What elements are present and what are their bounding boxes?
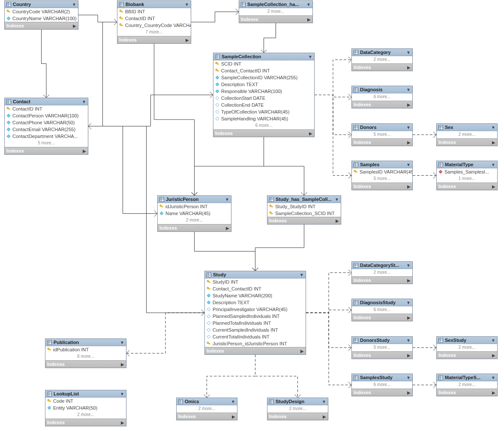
entity-omics[interactable]: Omics▼2 more...Indexes▶ bbox=[176, 398, 237, 420]
chevron-right-icon[interactable]: ▶ bbox=[309, 131, 312, 136]
chevron-down-icon[interactable]: ▼ bbox=[406, 50, 411, 55]
entity-footer[interactable]: Indexes▶ bbox=[5, 147, 88, 154]
chevron-right-icon[interactable]: ▶ bbox=[407, 353, 411, 358]
entity-header[interactable]: StudyDesign▼ bbox=[267, 398, 328, 405]
chevron-right-icon[interactable]: ▶ bbox=[307, 17, 311, 22]
chevron-down-icon[interactable]: ▼ bbox=[306, 2, 311, 7]
chevron-right-icon[interactable]: ▶ bbox=[121, 420, 124, 425]
entity-footer[interactable]: Indexes▶ bbox=[352, 183, 412, 190]
entity-donorsstudy[interactable]: DonorsStudy▼5 more...Indexes▶ bbox=[351, 336, 413, 359]
more-indicator[interactable]: 2 more... bbox=[158, 217, 231, 224]
chevron-down-icon[interactable]: ▼ bbox=[120, 392, 124, 396]
more-indicator[interactable]: 6 more... bbox=[45, 353, 126, 360]
entity-header[interactable]: SampleCollection▼ bbox=[213, 53, 314, 60]
chevron-right-icon[interactable]: ▶ bbox=[232, 414, 235, 419]
entity-footer[interactable]: Indexes▶ bbox=[352, 101, 412, 108]
chevron-down-icon[interactable]: ▼ bbox=[72, 2, 76, 7]
chevron-right-icon[interactable]: ▶ bbox=[492, 353, 495, 358]
entity-sex[interactable]: Sex▼2 more...Indexes▶ bbox=[436, 123, 498, 146]
more-indicator[interactable]: 5 more... bbox=[352, 175, 412, 183]
entity-juristicperson[interactable]: JuristicPerson▼idJuristicPerson INTName … bbox=[157, 195, 231, 232]
chevron-down-icon[interactable]: ▼ bbox=[406, 338, 411, 343]
more-indicator[interactable]: 2 more... bbox=[437, 344, 497, 351]
entity-footer[interactable]: Indexes▶ bbox=[239, 15, 312, 23]
entity-header[interactable]: DataCategorySt...▼ bbox=[352, 262, 412, 269]
chevron-down-icon[interactable]: ▼ bbox=[491, 338, 495, 343]
chevron-down-icon[interactable]: ▼ bbox=[491, 375, 495, 380]
entity-header[interactable]: Diagnosis▼ bbox=[352, 86, 412, 93]
entity-header[interactable]: DonorsStudy▼ bbox=[352, 337, 412, 344]
entity-footer[interactable]: Indexes▶ bbox=[158, 224, 231, 231]
chevron-down-icon[interactable]: ▼ bbox=[406, 162, 411, 167]
entity-footer[interactable]: Indexes▶ bbox=[437, 389, 497, 396]
chevron-down-icon[interactable]: ▼ bbox=[225, 197, 229, 202]
chevron-down-icon[interactable]: ▼ bbox=[120, 340, 124, 345]
entity-footer[interactable]: Indexes▶ bbox=[352, 351, 412, 359]
chevron-right-icon[interactable]: ▶ bbox=[300, 349, 304, 353]
entity-study_has_samplecoll[interactable]: Study_has_SampleColl...▼Study_StudyID IN… bbox=[267, 195, 341, 224]
entity-datacategoryst[interactable]: DataCategorySt...▼2 more...Indexes▶ bbox=[351, 261, 413, 284]
chevron-right-icon[interactable]: ▶ bbox=[407, 278, 411, 283]
entity-footer[interactable]: Indexes▶ bbox=[213, 129, 314, 137]
chevron-right-icon[interactable]: ▶ bbox=[407, 140, 411, 145]
chevron-right-icon[interactable]: ▶ bbox=[407, 102, 411, 107]
entity-country[interactable]: Country▼CountryCode VARCHAR(2)CountryNam… bbox=[4, 0, 78, 30]
chevron-right-icon[interactable]: ▶ bbox=[407, 65, 411, 70]
entity-samplecollection_has[interactable]: SampleCollection_ha...▼2 more...Indexes▶ bbox=[239, 0, 313, 23]
chevron-down-icon[interactable]: ▼ bbox=[406, 87, 411, 92]
entity-lookuplist[interactable]: LookupList▼Code INTEntity VARCHAR(50)2 m… bbox=[45, 390, 126, 426]
entity-studydesign[interactable]: StudyDesign▼2 more...Indexes▶ bbox=[267, 398, 328, 420]
entity-footer[interactable]: Indexes▶ bbox=[352, 138, 412, 146]
chevron-down-icon[interactable]: ▼ bbox=[300, 272, 304, 277]
chevron-right-icon[interactable]: ▶ bbox=[492, 140, 495, 145]
entity-footer[interactable]: Indexes▶ bbox=[352, 389, 412, 396]
chevron-right-icon[interactable]: ▶ bbox=[186, 38, 189, 42]
entity-footer[interactable]: Indexes▶ bbox=[45, 360, 126, 368]
chevron-down-icon[interactable]: ▼ bbox=[335, 197, 339, 202]
entity-footer[interactable]: Indexes▶ bbox=[437, 183, 497, 190]
entity-footer[interactable]: Indexes▶ bbox=[5, 22, 78, 29]
chevron-right-icon[interactable]: ▶ bbox=[492, 390, 495, 395]
entity-footer[interactable]: Indexes▶ bbox=[267, 413, 328, 420]
entity-header[interactable]: Samples▼ bbox=[352, 161, 412, 168]
entity-header[interactable]: Omics▼ bbox=[177, 398, 237, 405]
more-indicator[interactable]: 2 more... bbox=[437, 131, 497, 138]
entity-biobank[interactable]: Biobank▼BBID INTContactID INTCountry_Cou… bbox=[117, 0, 191, 44]
entity-header[interactable]: Country▼ bbox=[5, 1, 78, 8]
entity-header[interactable]: SampleCollection_ha...▼ bbox=[239, 1, 312, 8]
chevron-right-icon[interactable]: ▶ bbox=[83, 149, 86, 153]
chevron-right-icon[interactable]: ▶ bbox=[323, 414, 326, 419]
more-indicator[interactable]: 5 more... bbox=[5, 140, 88, 147]
entity-header[interactable]: MaterialTypeS...▼ bbox=[437, 374, 497, 381]
entity-donors[interactable]: Donors▼5 more...Indexes▶ bbox=[351, 123, 413, 146]
chevron-right-icon[interactable]: ▶ bbox=[407, 390, 411, 395]
entity-footer[interactable]: Indexes▶ bbox=[437, 138, 497, 146]
more-indicator[interactable]: 6 more... bbox=[352, 381, 412, 389]
entity-header[interactable]: DiagnosisStudy▼ bbox=[352, 299, 412, 306]
chevron-down-icon[interactable]: ▼ bbox=[308, 54, 312, 59]
more-indicator[interactable]: 7 more... bbox=[117, 29, 191, 36]
entity-samplesstudy[interactable]: SamplesStudy▼6 more...Indexes▶ bbox=[351, 374, 413, 396]
chevron-down-icon[interactable]: ▼ bbox=[406, 375, 411, 380]
entity-footer[interactable]: Indexes▶ bbox=[352, 276, 412, 284]
chevron-down-icon[interactable]: ▼ bbox=[406, 263, 411, 268]
more-indicator[interactable]: 6 more... bbox=[213, 122, 314, 129]
entity-header[interactable]: Sex▼ bbox=[437, 124, 497, 131]
entity-header[interactable]: Study▼ bbox=[205, 271, 306, 278]
chevron-down-icon[interactable]: ▼ bbox=[231, 399, 235, 404]
entity-footer[interactable]: Indexes▶ bbox=[205, 347, 306, 354]
more-indicator[interactable]: 2 more... bbox=[45, 411, 126, 419]
more-indicator[interactable]: 5 more... bbox=[352, 344, 412, 351]
entity-datacategory[interactable]: DataCategory▼2 more...Indexes▶ bbox=[351, 48, 413, 71]
entity-header[interactable]: Study_has_SampleColl...▼ bbox=[267, 196, 341, 203]
more-indicator[interactable]: 2 more... bbox=[239, 8, 312, 15]
entity-footer[interactable]: Indexes▶ bbox=[352, 314, 412, 321]
more-indicator[interactable]: 2 more... bbox=[352, 56, 412, 63]
chevron-down-icon[interactable]: ▼ bbox=[82, 99, 86, 104]
entity-samplecollection[interactable]: SampleCollection▼SCID INTContact_Contact… bbox=[213, 53, 315, 137]
entity-header[interactable]: JuristicPerson▼ bbox=[158, 196, 231, 203]
entity-materialtypes[interactable]: MaterialTypeS...▼2 more...Indexes▶ bbox=[436, 374, 498, 396]
entity-header[interactable]: DataCategory▼ bbox=[352, 49, 412, 56]
more-indicator[interactable]: 2 more... bbox=[177, 405, 237, 413]
entity-diagnosisstudy[interactable]: DiagnosisStudy▼6 more...Indexes▶ bbox=[351, 299, 413, 321]
